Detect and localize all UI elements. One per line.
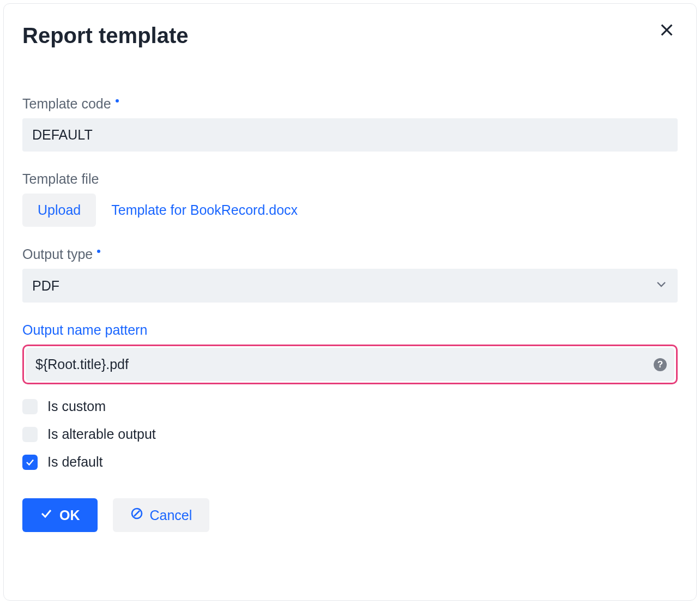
output-name-pattern-input[interactable] (26, 348, 646, 381)
dialog-title: Report template (22, 23, 189, 48)
is-alterable-checkbox[interactable]: Is alterable output (22, 426, 678, 442)
template-file-label-text: Template file (22, 171, 99, 187)
output-type-label-text: Output type (22, 246, 93, 262)
output-name-pattern-field: Output name pattern ? (22, 322, 678, 384)
form: Template code DEFAULT Template file Uplo… (22, 96, 678, 532)
output-type-value: PDF (32, 278, 59, 294)
output-name-pattern-label-text: Output name pattern (22, 322, 147, 338)
chevron-down-icon (655, 277, 668, 294)
check-icon (40, 507, 53, 523)
cancel-icon (130, 507, 143, 523)
dialog-actions: OK Cancel (22, 498, 678, 532)
ok-button[interactable]: OK (22, 498, 98, 532)
output-name-pattern-input-wrap: ? (26, 348, 674, 381)
checkbox-group: Is custom Is alterable output Is default (22, 398, 678, 470)
is-custom-label: Is custom (47, 398, 106, 414)
template-file-label: Template file (22, 171, 678, 187)
is-alterable-label: Is alterable output (47, 426, 156, 442)
checkbox-icon (22, 399, 38, 414)
output-type-select[interactable]: PDF (22, 269, 678, 303)
is-default-label: Is default (47, 454, 102, 470)
help-icon: ? (654, 358, 667, 371)
template-file-link[interactable]: Template for BookRecord.docx (111, 202, 298, 218)
template-code-field: Template code DEFAULT (22, 96, 678, 152)
output-type-label: Output type (22, 246, 678, 262)
template-code-label: Template code (22, 96, 678, 112)
output-name-pattern-focus-ring: ? (22, 345, 678, 384)
report-template-dialog: Report template Template code DEFAULT Te… (3, 3, 697, 601)
output-name-pattern-label: Output name pattern (22, 322, 678, 338)
checkbox-icon (22, 427, 38, 442)
is-default-checkbox[interactable]: Is default (22, 454, 678, 470)
upload-button[interactable]: Upload (22, 194, 96, 227)
template-code-label-text: Template code (22, 96, 111, 112)
ok-button-label: OK (59, 508, 80, 523)
is-custom-checkbox[interactable]: Is custom (22, 398, 678, 414)
output-type-field: Output type PDF (22, 246, 678, 303)
template-file-row: Upload Template for BookRecord.docx (22, 194, 678, 227)
checkbox-icon (22, 455, 38, 470)
required-indicator-icon (97, 250, 100, 253)
template-file-field: Template file Upload Template for BookRe… (22, 171, 678, 227)
template-code-input[interactable]: DEFAULT (22, 118, 678, 152)
cancel-button-label: Cancel (150, 508, 192, 523)
output-name-pattern-help-button[interactable]: ? (646, 358, 674, 371)
output-type-select-wrap: PDF (22, 269, 678, 303)
cancel-button[interactable]: Cancel (113, 498, 210, 532)
close-button[interactable] (656, 19, 678, 42)
dialog-header: Report template (22, 19, 678, 48)
required-indicator-icon (116, 99, 119, 102)
close-icon (659, 31, 674, 39)
